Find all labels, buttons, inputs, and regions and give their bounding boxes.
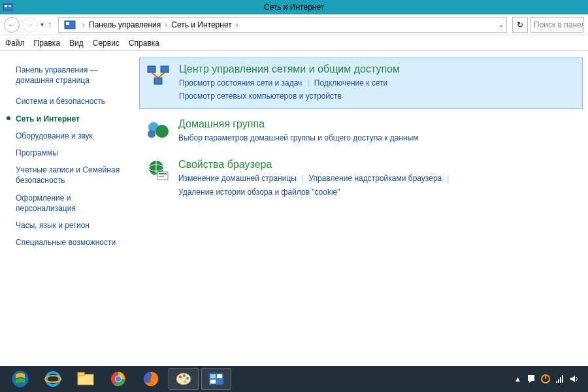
taskbar-chrome[interactable] bbox=[103, 368, 133, 390]
tray-action-center-icon[interactable] bbox=[527, 374, 536, 384]
svg-rect-40 bbox=[556, 381, 557, 383]
navigation-bar: ← → ▾ ↑ › Панель управления › Сеть и Инт… bbox=[0, 14, 588, 35]
menu-tools[interactable]: Сервис bbox=[93, 39, 120, 48]
link-view-devices[interactable]: Просмотр сетевых компьютеров и устройств bbox=[179, 91, 342, 101]
section-heading[interactable]: Центр управления сетями и общим доступом bbox=[179, 63, 400, 75]
svg-rect-35 bbox=[217, 374, 222, 378]
svg-point-32 bbox=[184, 380, 186, 383]
link-homegroup-settings[interactable]: Выбор параметров домашней группы и общег… bbox=[178, 133, 419, 142]
svg-rect-34 bbox=[210, 374, 216, 378]
svg-rect-43 bbox=[562, 375, 563, 383]
refresh-button[interactable]: ↻ bbox=[512, 17, 528, 33]
sidebar-item-home[interactable]: Панель управления — домашняя страница bbox=[16, 61, 127, 89]
sidebar-item-access[interactable]: Специальные возможности bbox=[16, 234, 127, 251]
svg-point-30 bbox=[183, 374, 186, 377]
svg-rect-37 bbox=[528, 375, 534, 381]
window-title: Сеть и Интернет bbox=[264, 3, 324, 12]
svg-rect-4 bbox=[66, 22, 69, 25]
section-homegroup[interactable]: Домашняя группа Выбор параметров домашне… bbox=[139, 113, 583, 150]
sidebar-item-users[interactable]: Учетные записи и Семейная безопасность bbox=[16, 161, 127, 189]
up-button[interactable]: ↑ bbox=[44, 20, 56, 29]
tray-volume-icon[interactable] bbox=[570, 374, 579, 384]
menu-file[interactable]: Файл bbox=[5, 39, 25, 48]
system-tray: ▲ bbox=[514, 374, 584, 384]
svg-point-12 bbox=[148, 130, 155, 138]
link-connect[interactable]: Подключение к сети bbox=[314, 78, 387, 88]
network-sharing-icon bbox=[146, 63, 171, 88]
menu-bar: Файл Правка Вид Сервис Справка bbox=[0, 35, 588, 51]
svg-point-29 bbox=[179, 376, 182, 378]
svg-rect-5 bbox=[148, 66, 155, 73]
breadcrumb-item[interactable]: Панель управления bbox=[89, 20, 161, 29]
svg-line-9 bbox=[158, 73, 165, 78]
svg-rect-42 bbox=[560, 377, 561, 383]
sidebar-nav: Панель управления — домашняя страница Си… bbox=[0, 51, 134, 366]
svg-rect-36 bbox=[210, 380, 216, 384]
content-area: Панель управления — домашняя страница Си… bbox=[0, 51, 588, 366]
svg-rect-2 bbox=[8, 5, 11, 7]
svg-point-11 bbox=[155, 125, 169, 138]
menu-help[interactable]: Справка bbox=[129, 39, 159, 48]
breadcrumb-item[interactable]: Сеть и Интернет bbox=[171, 20, 231, 29]
sidebar-item-network[interactable]: Сеть и Интернет bbox=[16, 110, 127, 127]
menu-view[interactable]: Вид bbox=[69, 39, 84, 48]
breadcrumb-chevron-icon: › bbox=[161, 20, 171, 29]
sidebar-item-appearance[interactable]: Оформление и персонализация bbox=[16, 189, 127, 217]
svg-rect-17 bbox=[159, 173, 167, 174]
address-dropdown-icon[interactable]: ⌄ bbox=[498, 21, 504, 28]
control-panel-icon bbox=[3, 2, 13, 12]
sidebar-item-hardware[interactable]: Оборудование и звук bbox=[16, 127, 127, 144]
tray-network-icon[interactable] bbox=[555, 374, 564, 384]
main-panel: Центр управления сетями и общим доступом… bbox=[134, 51, 588, 366]
sidebar-item-clock[interactable]: Часы, язык и регион bbox=[16, 217, 127, 234]
sidebar-item-programs[interactable]: Программы bbox=[16, 144, 127, 161]
section-internet-options[interactable]: Свойства браузера Изменение домашней стр… bbox=[139, 154, 583, 204]
taskbar-control-panel[interactable] bbox=[201, 368, 231, 390]
svg-rect-6 bbox=[161, 66, 169, 73]
homegroup-icon bbox=[146, 118, 171, 143]
taskbar-ie[interactable] bbox=[38, 368, 68, 390]
link-addons[interactable]: Управление надстройками браузера bbox=[308, 174, 442, 183]
taskbar-paint[interactable] bbox=[169, 368, 199, 390]
tray-power-icon[interactable] bbox=[541, 374, 550, 384]
svg-rect-1 bbox=[5, 5, 7, 7]
link-homepage[interactable]: Изменение домашней страницы bbox=[178, 174, 297, 183]
forward-button[interactable]: → bbox=[22, 17, 38, 33]
svg-rect-18 bbox=[159, 176, 164, 177]
section-heading[interactable]: Свойства браузера bbox=[178, 159, 451, 171]
breadcrumb-chevron-icon: › bbox=[78, 20, 89, 29]
control-panel-icon bbox=[64, 19, 76, 31]
menu-edit[interactable]: Правка bbox=[34, 39, 61, 48]
svg-point-20 bbox=[46, 372, 59, 385]
section-heading[interactable]: Домашняя группа bbox=[178, 118, 421, 130]
svg-line-8 bbox=[152, 73, 158, 78]
taskbar: ▲ bbox=[0, 366, 588, 392]
svg-point-26 bbox=[116, 376, 121, 382]
taskbar-explorer[interactable] bbox=[71, 368, 101, 390]
breadcrumb-chevron-icon: › bbox=[232, 20, 242, 29]
internet-options-icon bbox=[146, 159, 171, 184]
back-button[interactable]: ← bbox=[4, 17, 20, 33]
search-input[interactable]: Поиск в панел bbox=[531, 17, 584, 33]
address-bar[interactable]: › Панель управления › Сеть и Интернет › … bbox=[58, 17, 507, 33]
svg-rect-7 bbox=[154, 78, 162, 84]
svg-point-31 bbox=[186, 377, 189, 380]
svg-rect-23 bbox=[78, 372, 84, 376]
sidebar-item-system[interactable]: Система и безопасность bbox=[16, 93, 127, 110]
tray-up-icon[interactable]: ▲ bbox=[514, 375, 521, 383]
link-view-status[interactable]: Просмотр состояния сети и задач bbox=[179, 78, 302, 88]
start-button[interactable] bbox=[5, 368, 35, 390]
link-delete-history[interactable]: Удаление истории обзора и файлов "cookie… bbox=[178, 188, 340, 197]
svg-rect-41 bbox=[558, 379, 559, 383]
section-network-sharing[interactable]: Центр управления сетями и общим доступом… bbox=[139, 57, 583, 109]
search-placeholder: Поиск в панел bbox=[534, 20, 584, 29]
window-titlebar: Сеть и Интернет bbox=[0, 0, 588, 14]
taskbar-firefox[interactable] bbox=[136, 368, 166, 390]
